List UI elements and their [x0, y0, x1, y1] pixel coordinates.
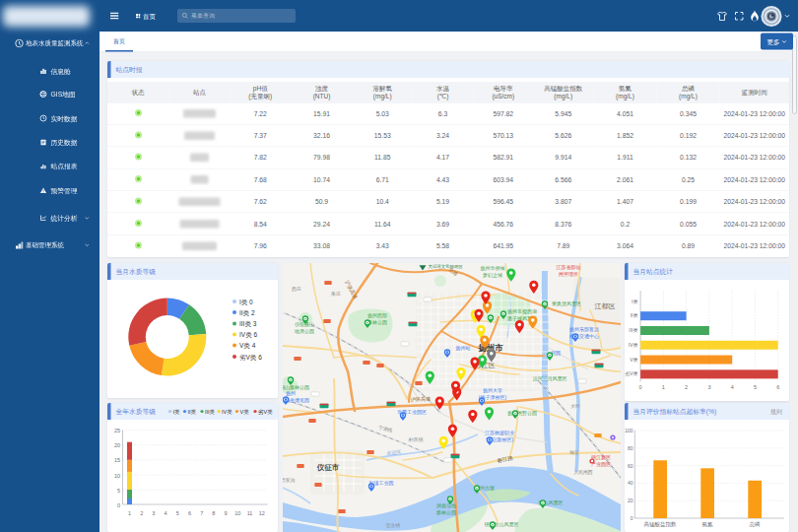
svg-text:80: 80 [628, 445, 633, 451]
svg-text:V类 4: V类 4 [239, 342, 256, 349]
svg-text:劣V类: 劣V类 [625, 370, 637, 377]
svg-text:宁测线: 宁测线 [378, 424, 394, 432]
svg-text:扬州: 扬州 [286, 390, 296, 397]
svg-text:V类: V类 [630, 357, 637, 363]
svg-text:V类: V类 [240, 409, 250, 415]
svg-text:朱庄: 朱庄 [331, 291, 341, 297]
svg-text:12: 12 [259, 510, 265, 516]
svg-text:6: 6 [776, 384, 779, 390]
svg-text:15: 15 [114, 457, 120, 463]
svg-text:I类 0: I类 0 [239, 299, 253, 305]
svg-text:朴席镇: 朴席镇 [408, 436, 424, 442]
svg-text:III类 3: III类 3 [239, 320, 257, 327]
svg-text:IV类: IV类 [629, 342, 638, 348]
svg-text:0: 0 [638, 384, 641, 390]
svg-text:大叶: 大叶 [570, 403, 580, 409]
svg-text:氨氮: 氨氮 [702, 521, 714, 527]
svg-text:25: 25 [114, 428, 120, 433]
svg-text:2: 2 [140, 510, 143, 516]
svg-text:江都区: 江都区 [595, 302, 616, 310]
svg-text:10: 10 [114, 473, 120, 479]
svg-text:6: 6 [188, 510, 191, 516]
svg-text:100: 100 [625, 428, 633, 433]
svg-text:人民闸西: 人民闸西 [573, 470, 592, 476]
svg-text:4: 4 [165, 510, 167, 516]
svg-text:I类: I类 [173, 409, 181, 415]
svg-text:梦幻之城: 梦幻之城 [483, 272, 502, 279]
svg-text:春江路: 春江路 [497, 454, 514, 463]
svg-text:40: 40 [628, 480, 633, 486]
svg-text:II类 2: II类 2 [239, 309, 255, 316]
svg-text:5: 5 [754, 384, 757, 390]
svg-text:60: 60 [628, 463, 633, 469]
svg-text:运河三湾风景区: 运河三湾风景区 [533, 375, 567, 382]
svg-text:8: 8 [212, 510, 215, 516]
svg-text:III类: III类 [629, 327, 637, 333]
svg-text:扬州西部: 扬州西部 [367, 312, 387, 319]
svg-text:4: 4 [731, 384, 734, 390]
svg-text:西庄: 西庄 [292, 286, 301, 293]
svg-text:III类: III类 [205, 409, 216, 415]
svg-text:扬州市瘦西湖: 扬州市瘦西湖 [507, 308, 537, 315]
svg-text:1: 1 [662, 384, 665, 390]
svg-text:7: 7 [200, 510, 203, 516]
svg-text:10: 10 [234, 510, 240, 516]
svg-text:20: 20 [628, 498, 633, 503]
svg-text:镇江金山风景区: 镇江金山风景区 [485, 521, 519, 528]
svg-text:森林公园: 森林公园 [436, 509, 456, 516]
svg-text:地质公园: 地质公园 [294, 328, 314, 335]
svg-text:I类: I类 [632, 299, 637, 304]
svg-text:2: 2 [685, 384, 688, 390]
svg-text:0: 0 [631, 515, 633, 521]
svg-text:总磷: 总磷 [749, 521, 762, 527]
svg-text:沪陕高速: 沪陕高速 [343, 279, 359, 300]
svg-text:扬州华侨城: 扬州华侨城 [481, 265, 505, 272]
svg-text:官业镇: 官业镇 [386, 522, 401, 528]
svg-text:润扬湿地: 润扬湿地 [435, 502, 456, 509]
svg-text:II类: II类 [188, 409, 197, 415]
svg-text:胥家沟: 胥家沟 [283, 477, 295, 484]
svg-text:IV类: IV类 [222, 409, 233, 415]
svg-text:5: 5 [117, 488, 120, 494]
svg-text:沪陕高速: 沪陕高速 [410, 395, 431, 403]
svg-text:闸管理所: 闸管理所 [559, 271, 578, 278]
svg-text:9: 9 [225, 510, 228, 516]
svg-text:IV类 6: IV类 6 [239, 331, 257, 338]
svg-text:扬州站: 扬州站 [456, 345, 471, 352]
svg-text:扬州东部客运: 扬州东部客运 [569, 326, 599, 333]
svg-text:扬子闸野公园: 扬子闸野公园 [507, 410, 537, 417]
svg-text:大运河文化旅游区: 大运河文化旅游区 [429, 263, 464, 269]
svg-text:江苏省邵仙: 江苏省邵仙 [557, 264, 581, 271]
svg-text:3: 3 [707, 384, 710, 390]
svg-text:顺安: 顺安 [569, 449, 579, 455]
svg-text:5: 5 [176, 510, 179, 516]
svg-text:0: 0 [117, 502, 120, 508]
svg-text:II类: II类 [631, 312, 638, 318]
svg-text:劣V类 6: 劣V类 6 [239, 354, 262, 362]
svg-text:3: 3 [152, 510, 155, 516]
svg-text:江苏旅游职业: 江苏旅游职业 [485, 430, 514, 436]
svg-text:高锰酸盐指数: 高锰酸盐指数 [644, 521, 678, 528]
svg-text:扬州大学: 扬州大学 [483, 387, 502, 394]
svg-text:仪征市: 仪征市 [316, 463, 340, 472]
svg-text:11: 11 [247, 510, 253, 516]
svg-text:20: 20 [114, 442, 120, 448]
svg-text:劣V类: 劣V类 [258, 409, 273, 416]
svg-text:1: 1 [128, 510, 131, 516]
svg-text:菜奥清风景区: 菜奥清风景区 [552, 300, 581, 307]
